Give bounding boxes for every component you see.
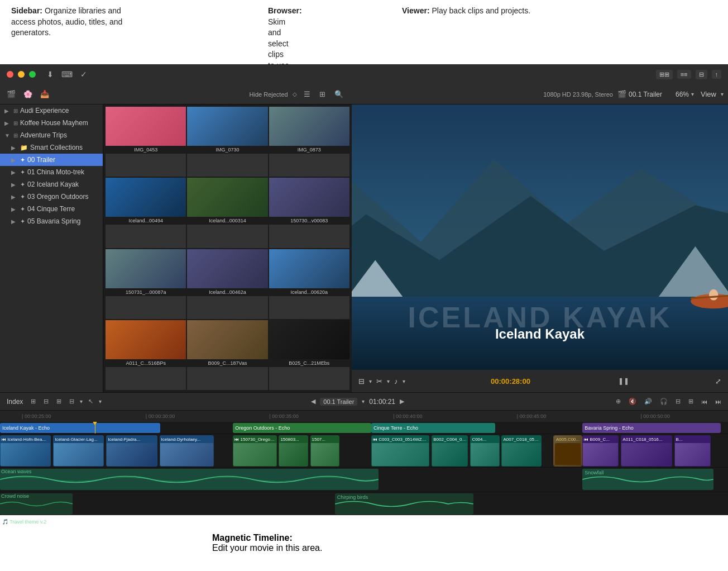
audio-mute-btn[interactable]: 🔇	[626, 397, 639, 406]
import-btn[interactable]: 📥	[38, 89, 51, 99]
sidebar-item-koffee[interactable]: ▶ ⊞ Koffee House Mayhem	[0, 117, 103, 129]
sidebar-item-cinque[interactable]: ▶ ✦ 04 Cinque Terre	[0, 203, 103, 215]
browser-clip-0[interactable]: IMG_0453	[106, 107, 186, 177]
grid-view-toggle[interactable]: ⊞	[317, 89, 328, 99]
viewer-annotation: Viewer: Play back clips and projects.	[290, 6, 717, 17]
split-btn[interactable]: ⊟	[673, 397, 683, 406]
echo-clip-iceland[interactable]: Iceland Kayak - Echo	[0, 423, 160, 433]
cursor-btn[interactable]: ↖	[86, 397, 95, 406]
ruler-mark-5: | 00:00:50:00	[641, 413, 670, 419]
key-icon: ⌨	[61, 70, 73, 79]
zoom-in-btn[interactable]: ⊞	[54, 397, 64, 406]
echo-clip-bavaria[interactable]: Bavaria Spring - Echo	[582, 423, 721, 433]
audio-arrow: ▾	[403, 378, 405, 384]
browser-clip-2[interactable]: IMG_0873	[269, 107, 349, 177]
echo-clip-oregon[interactable]: Oregon Outdoors - Echo	[233, 423, 371, 433]
viewer-screen: ICELAND KAYAK Iceland Kayak	[352, 104, 728, 370]
sidebar-item-trailer[interactable]: ▶ ✦ 00 Trailer	[0, 154, 103, 166]
clip-cinque-3[interactable]: C004...	[470, 435, 499, 467]
clip-iceland-dyrholaey[interactable]: Iceland-Dyrholaey...	[160, 435, 214, 467]
clip-cinque-4[interactable]: A007_C018_051...	[501, 435, 542, 467]
toolbar: 🎬 🌸 📥 Hide Rejected ◇ ☰ ⊞ 🔍 1080p HD 23.…	[0, 84, 728, 104]
grid-view-btn[interactable]: ⊞⊞	[656, 70, 673, 79]
clip-label: IMG_0730	[187, 146, 267, 154]
sidebar-item-audi[interactable]: ▶ ⊞ Audi Experience	[0, 104, 103, 117]
list-view-toggle[interactable]: ☰	[301, 89, 313, 99]
clip-bavaria-3[interactable]: B...	[674, 435, 711, 467]
arrow-right: ▶	[400, 398, 404, 405]
clip-label: B009_C...187Vas	[187, 359, 267, 367]
ocean-clip-2[interactable]: Snowfall	[582, 469, 713, 490]
expand-icon: ▶	[11, 194, 18, 200]
settings-btn[interactable]: ⊟	[358, 377, 365, 386]
clip-bavaria-2[interactable]: A011_C018_0516...	[621, 435, 672, 467]
clip-gap[interactable]: A005,C00...	[553, 435, 582, 467]
browser-clip-5[interactable]: 150730...v00083	[269, 178, 349, 248]
add-track-btn[interactable]: ⊕	[614, 397, 623, 406]
crowd-clip-2[interactable]: Chirping birds	[335, 493, 473, 515]
project-label: 00.1 Trailer	[320, 398, 357, 406]
fullscreen-btn[interactable]: ⤢	[715, 377, 721, 386]
browser-clip-4[interactable]: Iceland...000314	[187, 178, 267, 248]
clip-oregon-1[interactable]: ⏮ 150730_Oregon_Sur...	[233, 435, 276, 467]
sidebar-item-iceland[interactable]: ▶ ✦ 02 Iceland Kayak	[0, 178, 103, 191]
sidebar-item-oregon[interactable]: ▶ ✦ 03 Oregon Outdoors	[0, 191, 103, 203]
timeline-toolbar: Index ⊞ ⊟ ⊞ ⊟ ▾ ↖ ▾ ◀ 00.1 Trailer ▾ 01:…	[0, 393, 728, 411]
back-btn[interactable]: ⏮	[699, 397, 710, 406]
clip-iceland-glacier[interactable]: Iceland-Glacier-Lag...	[53, 435, 104, 467]
expand-icon: ▶	[11, 182, 18, 188]
split-view-btn[interactable]: ⊟	[696, 70, 707, 79]
index-btn[interactable]: Index	[4, 397, 25, 407]
sidebar-item-smart[interactable]: ▶ 📁 Smart Collections	[0, 141, 103, 154]
browser-clip-7[interactable]: Iceland...00462a	[187, 249, 267, 319]
browser-clip-3[interactable]: Iceland...00494	[106, 178, 186, 248]
clip-appearance-btn2[interactable]: ⊟	[41, 397, 51, 406]
browser-clip-6[interactable]: 150731_...00087a	[106, 249, 186, 319]
clip-label: Iceland Kayak - Echo	[2, 425, 50, 431]
sidebar-item-china[interactable]: ▶ ✦ 01 China Moto-trek	[0, 166, 103, 178]
audio-vol-btn[interactable]: 🔊	[642, 397, 654, 406]
browser-clip-11[interactable]: B025_C...21MEbs	[269, 320, 349, 390]
sidebar-item-adventure[interactable]: ▼ ⊞ Adventure Trips	[0, 129, 103, 141]
sidebar-item-bavaria[interactable]: ▶ ✦ 05 Bavaria Spring	[0, 215, 103, 227]
clip-cinque-2[interactable]: B002_C004_0514T...	[432, 435, 468, 467]
sidebar-label: 00 Trailer	[27, 156, 55, 164]
trim-btn[interactable]: ✂	[376, 377, 382, 386]
clip-oregon-3[interactable]: 1507...	[310, 435, 339, 467]
clip-appearance-btn[interactable]: ⊞	[28, 397, 38, 406]
maximize-button[interactable]	[29, 71, 36, 78]
list-view-btn[interactable]: ≡≡	[677, 70, 691, 79]
clip-oregon-2[interactable]: 150803...	[279, 435, 308, 467]
search-btn[interactable]: 🔍	[332, 89, 346, 99]
snowfall-label: Snowfall	[585, 470, 604, 475]
photos-btn[interactable]: 🌸	[21, 89, 35, 99]
share-btn[interactable]: ↑	[712, 70, 722, 79]
toolbar-resolution: 1080p HD 23.98p, Stereo	[543, 91, 613, 98]
clip-iceland-fjadra[interactable]: Iceland-Fjadra...	[106, 435, 157, 467]
minimize-button[interactable]	[18, 71, 25, 78]
browser-clip-1[interactable]: IMG_0730	[187, 107, 267, 177]
project-icon: ✦	[20, 156, 25, 164]
crowd-noise-track: Crowd noise Chirping birds	[0, 492, 728, 517]
browser-clip-9[interactable]: A011_C...516BPs	[106, 320, 186, 390]
trim-arrow: ▾	[387, 378, 390, 384]
export-btn[interactable]: ⊞	[686, 397, 696, 406]
fwd-btn[interactable]: ⏭	[713, 397, 724, 406]
close-button[interactable]	[7, 71, 13, 78]
sidebar-label: 02 Iceland Kayak	[27, 180, 79, 188]
libraries-btn[interactable]: 🎬	[4, 89, 18, 99]
audio-btn[interactable]: ♪	[394, 377, 398, 386]
echo-track-content: Iceland Kayak - Echo Oregon Outdoors - E…	[0, 422, 728, 434]
titlebar: ⬇ ⌨ ✓ ⊞⊞ ≡≡ ⊟ ↑	[0, 64, 728, 84]
clip-cinque-1[interactable]: ⏮ C003_C003_0514WZacs	[371, 435, 429, 467]
browser-clip-10[interactable]: B009_C...187Vas	[187, 320, 267, 390]
bottom-annotation: Magnetic Timeline: Edit your movie in th…	[0, 515, 728, 571]
browser-clip-8[interactable]: Iceland...00620a	[269, 249, 349, 319]
clip-bavaria-1[interactable]: ⏮ B009_C...	[582, 435, 619, 467]
view-btn[interactable]: View	[698, 89, 719, 99]
clip-iceland-hofn[interactable]: ⏮ Iceland-Hofn-Bea...	[0, 435, 51, 467]
echo-clip-cinque[interactable]: Cinque Terre - Echo	[371, 423, 495, 433]
ocean-clip-1[interactable]	[0, 469, 379, 490]
zoom-out-btn[interactable]: ⊟	[67, 397, 76, 406]
headphone-btn[interactable]: 🎧	[658, 397, 670, 406]
